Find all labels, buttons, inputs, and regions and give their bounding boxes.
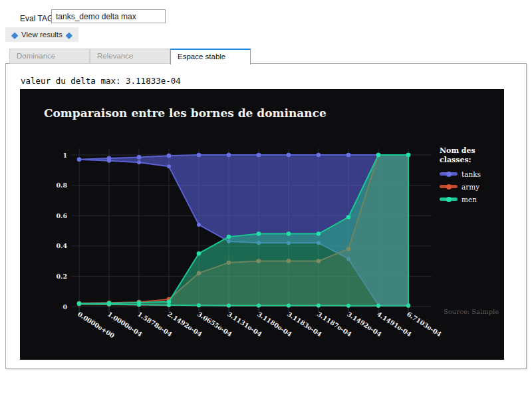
data-point	[77, 302, 81, 306]
y-tick-label: 0.4	[56, 242, 67, 249]
data-point	[346, 153, 351, 158]
tab-content-panel: valeur du delta max: 3.11833e-04 00.20.4…	[5, 63, 527, 369]
legend-title: Nom des classes:	[440, 146, 504, 165]
legend-label: men	[462, 196, 477, 203]
data-point	[197, 153, 201, 158]
legend-label: tanks	[462, 170, 481, 178]
diamond-icon: ◆	[11, 31, 18, 39]
data-point	[137, 303, 141, 307]
chart-title: Comparaison entre les bornes de dominanc…	[44, 106, 327, 120]
data-point	[317, 153, 321, 158]
legend-item: tanks	[440, 168, 504, 180]
data-point	[167, 303, 171, 307]
legend-swatch-tanks	[440, 172, 458, 176]
data-point	[77, 158, 81, 162]
legend-swatch-men	[440, 198, 458, 201]
legend-swatch-army	[440, 185, 458, 188]
data-point	[287, 303, 291, 307]
legend: Nom des classes: tanks army men	[440, 146, 504, 205]
data-point	[257, 303, 261, 307]
data-point	[107, 303, 111, 307]
data-point	[317, 303, 321, 307]
data-point	[167, 154, 172, 158]
data-point	[197, 223, 201, 227]
data-point	[227, 303, 231, 307]
data-point	[107, 159, 111, 163]
delta-max-value: valeur du delta max: 3.11833e-04	[21, 76, 181, 86]
data-point	[227, 235, 231, 239]
legend-dot-icon	[446, 197, 452, 202]
y-tick-label: 0.8	[56, 182, 67, 189]
legend-dot-icon	[446, 184, 452, 190]
data-point	[257, 153, 261, 158]
data-point	[346, 215, 351, 219]
y-tick-label: 0	[63, 303, 67, 311]
diamond-icon: ◆	[66, 31, 72, 39]
legend-label: army	[462, 183, 479, 191]
eval-tag-input[interactable]	[51, 9, 166, 23]
data-point	[137, 155, 142, 160]
data-point	[197, 303, 201, 307]
data-point	[257, 231, 261, 236]
data-point	[376, 153, 381, 158]
tab-bar: Dominance Relevance Espace stable	[9, 49, 251, 65]
y-tick-label: 1	[63, 152, 67, 159]
x-axis-labels: 0.0000e+001.0000e-041.5878e-042.1492e-04…	[76, 310, 443, 339]
legend-item: army	[440, 180, 504, 193]
data-point	[227, 153, 231, 158]
data-point	[287, 231, 291, 236]
y-tick-label: 0.6	[56, 212, 67, 219]
data-point	[287, 153, 291, 158]
page: Eval TAG ◆ View results ◆ Dominance Rele…	[0, 0, 532, 399]
eval-tag-label: Eval TAG	[20, 14, 53, 23]
data-point	[406, 153, 411, 158]
data-point	[137, 160, 141, 164]
data-point	[167, 164, 171, 168]
view-results-label: View results	[21, 31, 63, 39]
y-tick-label: 0.2	[56, 273, 67, 280]
dominance-bounds-plot: 00.20.40.60.810.0000e+001.0000e-041.5878…	[20, 89, 504, 360]
data-point	[317, 231, 321, 236]
data-point	[346, 304, 350, 308]
tab-relevance[interactable]: Relevance	[90, 49, 170, 64]
view-results-button[interactable]: ◆ View results ◆	[5, 27, 78, 42]
tab-espace-stable[interactable]: Espace stable	[170, 49, 251, 65]
data-point	[376, 304, 380, 308]
y-axis-labels: 00.20.40.60.81	[56, 152, 67, 311]
data-point	[406, 304, 410, 308]
legend-dot-icon	[446, 172, 452, 177]
dominance-bounds-chart-panel: 00.20.40.60.810.0000e+001.0000e-041.5878…	[20, 89, 504, 360]
tab-dominance[interactable]: Dominance	[9, 49, 90, 64]
data-point	[197, 251, 201, 256]
legend-item: men	[440, 193, 504, 205]
source-label: Source: Saimple	[444, 308, 499, 315]
